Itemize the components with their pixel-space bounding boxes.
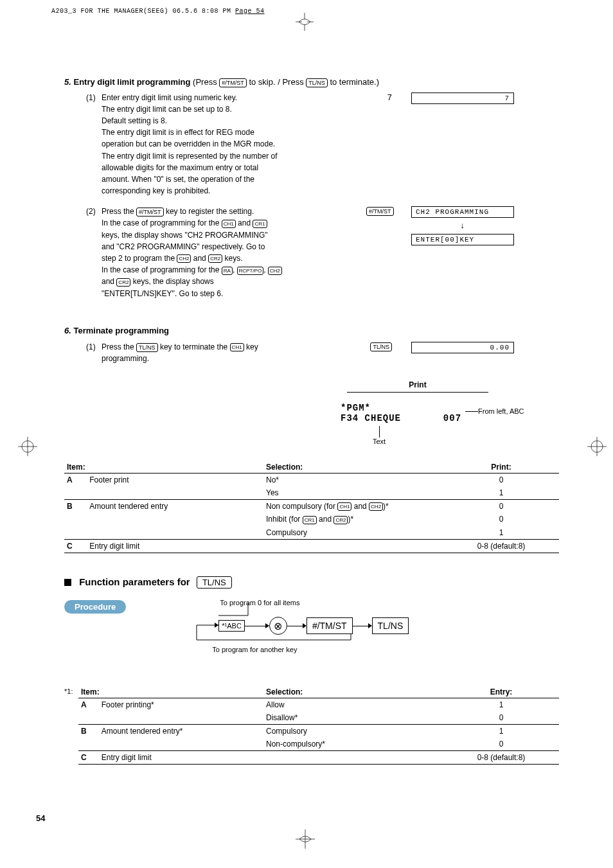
s5-2-l3: keys, the display shows "CH2 PROGRAMMING… [86, 230, 360, 240]
t1-h-print: Print: [443, 461, 559, 474]
t1-r1-print: 1 [443, 486, 559, 500]
t1-h-sel: Selection: [263, 461, 443, 474]
t1-r5-code: C [64, 539, 87, 553]
key-ch2-t: CH2 [369, 502, 383, 511]
table-row: Yes 1 [64, 486, 559, 500]
func-title-pre: Function parameters for [79, 576, 190, 587]
table-row: Disallow* 0 [78, 711, 559, 725]
t2-r3-entry: 0 [443, 738, 559, 751]
t1-r2-selpost: )* [383, 502, 389, 511]
s5-2-l8: "ENTER[TL/NS]KEY". Go to step 6. [86, 288, 360, 299]
receipt-line2: F34 CHEQUE 007 [341, 413, 461, 423]
t1-r4-item [87, 526, 263, 540]
key-cr2-2: CR2 [116, 278, 130, 287]
step5-num: 5. [64, 77, 71, 87]
callout-right: From left, ABC [478, 407, 524, 415]
s5-2-l7a: and [102, 277, 116, 286]
s6-1-num: (1) [86, 342, 102, 352]
diagram-tlns-box: TL/NS [372, 617, 409, 634]
key-ch1-2: CH1 [230, 343, 244, 351]
step6-title-bold: Terminate programming [71, 326, 169, 335]
callout-text: Text [373, 438, 574, 445]
callout-vline-icon [379, 426, 380, 438]
s5-2-l1b: key to register the setting. [164, 207, 254, 216]
t2-r1-sel: Disallow* [263, 711, 443, 725]
doc-header: A203_3 FOR THE MANAGER(SEEG) 06.5.6 8:08… [51, 8, 265, 15]
table-row: Compulsory 1 [64, 526, 559, 540]
fold-mark-icon [296, 13, 314, 31]
diagram-caption-top: To program 0 for all items [220, 599, 466, 607]
t1-r0-item: Footer print [87, 474, 263, 487]
t1-r0-print: 0 [443, 474, 559, 487]
t2-h-sel: Selection: [263, 686, 443, 698]
t1-r3-item [87, 513, 263, 526]
key-ra: RA [222, 267, 233, 275]
square-bullet-icon [64, 579, 71, 586]
s5-1-l2: The entry digit limit can be set up to 8… [86, 104, 360, 114]
t2-r0-sel: Allow [263, 698, 443, 712]
key-tmst-1: #/TM/ST [219, 78, 247, 87]
t2-r4-sel [263, 751, 443, 765]
t2-note: *1: [64, 686, 78, 695]
s5-2-l1a: Press the [102, 207, 136, 216]
s5-1-l9: corresponding key is prohibited. [86, 186, 360, 196]
doc-header-page: Page 54 [235, 8, 265, 15]
arrow-right-icon [287, 626, 306, 626]
display-enter00: ENTER[00]KEY [411, 234, 514, 245]
t2-r3-item [99, 738, 263, 751]
table-item-selection-print: Item: Selection: Print: A Footer print N… [64, 461, 559, 553]
s5-1-l8: amount. When "0" is set, the operation o… [86, 174, 360, 184]
key-ch2-2: CH2 [268, 267, 282, 275]
s5-1-l7: allowable digits for the maximum entry o… [86, 163, 360, 173]
func-title: Function parameters for TL/NS [64, 576, 574, 589]
t1-r5-item: Entry digit limit [87, 539, 263, 553]
step5-title-bold: Entry digit limit programming [71, 77, 191, 87]
key-rcptpo: RCPT/PO [237, 267, 264, 275]
display-ch2-prog: CH2 PROGRAMMING [411, 206, 514, 218]
t1-h-item: Item: [64, 461, 263, 474]
s5-2-l2a: In the case of programming for the [102, 218, 222, 227]
print-title: Print [334, 380, 501, 389]
t2-h-entry: Entry: [443, 686, 559, 698]
t1-r4-sel: Compulsory [263, 526, 443, 540]
t1-r0-sel: No* [263, 474, 443, 487]
s6-1-l1a: Press the [102, 342, 136, 351]
key-ch1-t: CH1 [337, 502, 351, 511]
s5-1-l4: The entry digit limit is in effect for R… [86, 127, 360, 137]
arrow-down-icon: ↓ [411, 222, 514, 230]
key-cr1-1: CR1 [253, 220, 267, 228]
table-row: A Footer printing* Allow 1 [78, 698, 559, 712]
t2-r2-item: Amount tendered entry* [99, 725, 263, 738]
step6-num: 6. [64, 326, 71, 335]
page-number: 54 [36, 813, 45, 823]
t2-r1-entry: 0 [443, 711, 559, 725]
t2-h-item: Item: [78, 686, 263, 698]
s5-2-l6a: In the case of programming for the [102, 265, 222, 274]
diagram-circle-icon: ⊗ [269, 617, 287, 635]
crop-mark-bottom-icon [296, 829, 315, 849]
key-tlns-right: TL/NS [370, 342, 392, 351]
t1-r1-code [64, 486, 87, 500]
key-ch1-1: CH1 [222, 220, 236, 228]
diagram-caption-bottom: To program for another key [212, 646, 466, 653]
s5-2-l5mid: and [191, 254, 208, 263]
t1-r2-print: 0 [443, 500, 559, 513]
t1-r0-code: A [64, 474, 87, 487]
t1-r1-sel: Yes [263, 486, 443, 500]
s5-1-l5: operation but can be overridden in the M… [86, 139, 360, 149]
table-row: C Entry digit limit 0-8 (default:8) [78, 751, 559, 765]
s5-2-l5b: keys. [222, 254, 242, 263]
key-tmst-right: #/TM/ST [366, 207, 394, 216]
s5-2-l4: and "CR2 PROGRAMMING" respectively. Go t… [86, 242, 360, 252]
display-000: 0.00 [411, 342, 514, 353]
t1-r3-code [64, 513, 87, 526]
t2-r4-item: Entry digit limit [99, 751, 263, 765]
arrow-right-icon [254, 626, 269, 626]
t2-r0-entry: 1 [443, 698, 559, 712]
t1-r3-print: 0 [443, 513, 559, 526]
diagram-abc-box: *¹ABC [218, 620, 245, 632]
key-cr2-1: CR2 [208, 254, 222, 263]
step5-title-r1: (Press [190, 77, 219, 87]
key-tlns-big: TL/NS [197, 576, 232, 589]
receipt-line1: *PGM* [341, 403, 371, 413]
